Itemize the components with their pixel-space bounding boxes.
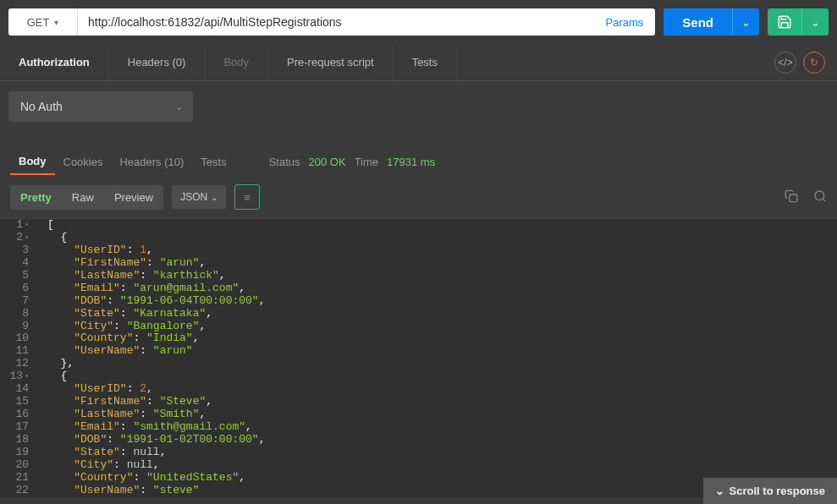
time-label: Time [355,156,378,168]
code-content: [ [37,219,54,232]
code-content: "Country": "UnitedStates", [37,472,245,485]
line-number: 11 [0,345,37,358]
tab-prerequest[interactable]: Pre-request script [268,44,394,80]
format-value: JSON [180,191,207,203]
view-raw[interactable]: Raw [62,185,104,210]
copy-icon [785,189,798,203]
code-content: "FirstName": "arun", [37,257,206,270]
code-content: "FirstName": "Steve", [37,396,212,408]
tab-tests[interactable]: Tests [394,44,457,80]
save-button[interactable] [768,8,801,36]
code-line: 9 "City": "Bangalore", [0,320,837,333]
params-button[interactable]: Params [594,8,656,36]
code-content: "State": null, [37,446,166,459]
search-icon [813,189,827,203]
resp-tab-body[interactable]: Body [10,149,55,175]
code-content: "UserID": 2, [37,383,153,396]
chevron-down-icon: ⌄ [811,16,820,29]
format-select[interactable]: JSON ⌄ [172,185,226,209]
code-line: 19 "State": null, [0,446,837,459]
code-line: 3 "UserID": 1, [0,244,837,257]
save-icon [777,14,792,30]
code-content: "DOB": "1991-06-04T00:00:00", [37,295,265,308]
code-snippet-button[interactable]: </> [774,52,796,74]
code-line: 20 "City": null, [0,459,837,472]
send-group: Send ⌄ [664,8,759,36]
save-group: ⌄ [768,8,829,36]
code-content: "Email": "smith@gmail.com", [37,421,252,434]
code-line: 6 "Email": "arun@gmail.com", [0,282,837,295]
line-number: 17 [0,421,37,434]
line-number: 3 [0,244,37,257]
code-content: "City": null, [37,459,160,472]
send-dropdown[interactable]: ⌄ [732,8,759,36]
line-number: 5 [0,270,37,282]
code-line: 16 "LastName": "Smith", [0,408,837,421]
code-content: "DOB": "1991-01-02T00:00:00", [37,434,265,446]
line-number: 6 [0,282,37,295]
resp-tab-headers[interactable]: Headers (10) [111,150,192,174]
line-number: 19 [0,446,37,459]
request-tabs: Authorization Headers (0) Body Pre-reque… [0,44,837,81]
response-header: Body Cookies Headers (10) Tests Status 2… [0,147,837,176]
response-toolbar: Pretty Raw Preview JSON ⌄ ≡ [0,176,837,218]
line-number: 12 [0,358,37,370]
view-preview[interactable]: Preview [104,185,163,210]
code-content: "UserName": "arun" [37,345,193,358]
code-line: 18 "DOB": "1991-01-02T00:00:00", [0,434,837,446]
auth-type-select[interactable]: No Auth ⌄ [8,91,193,122]
tab-body[interactable]: Body [205,44,268,80]
tab-headers[interactable]: Headers (0) [109,44,206,80]
code-content: { [37,370,67,383]
scroll-label: Scroll to response [730,485,825,497]
line-number: 15 [0,396,37,408]
reset-button[interactable]: ↻ [803,52,825,74]
line-number: 9 [0,320,37,333]
resp-tab-tests[interactable]: Tests [192,150,234,174]
auth-type-value: No Auth [20,100,63,113]
fold-icon[interactable]: ▾ [25,233,29,241]
line-number: 16 [0,408,37,421]
view-pretty[interactable]: Pretty [10,185,62,210]
code-line: 15 "FirstName": "Steve", [0,396,837,408]
line-number: 4 [0,257,37,270]
fold-icon[interactable]: ▾ [25,221,29,228]
code-content: "LastName": "Smith", [37,408,206,421]
code-line: 13▾ { [0,370,837,383]
fold-icon[interactable]: ▾ [25,372,29,380]
line-number: 14 [0,383,37,396]
search-button[interactable] [813,189,827,205]
svg-point-1 [815,191,824,200]
chevron-down-icon: ⌄ [715,485,724,497]
copy-button[interactable] [785,189,798,205]
send-button[interactable]: Send [664,8,732,36]
url-input[interactable] [78,8,594,36]
chevron-down-icon: ⌄ [741,16,751,29]
line-number: 7 [0,295,37,308]
method-value: GET [27,16,50,29]
time-value: 17931 ms [387,156,435,168]
line-number: 13▾ [0,370,37,383]
resp-tab-cookies[interactable]: Cookies [55,150,112,174]
code-line: 10 "Country": "India", [0,332,837,345]
scroll-to-response-button[interactable]: ⌄ Scroll to response [703,478,837,504]
save-dropdown[interactable]: ⌄ [801,8,829,36]
wrap-icon: ≡ [244,191,251,204]
wrap-lines-button[interactable]: ≡ [234,184,260,210]
svg-rect-0 [790,194,797,202]
code-content: { [37,232,67,244]
response-body[interactable]: 1▾[2▾ {3 "UserID": 1,4 "FirstName": "aru… [0,218,837,497]
code-content: "Country": "India", [37,332,199,345]
code-line: 17 "Email": "smith@gmail.com", [0,421,837,434]
tab-authorization[interactable]: Authorization [0,44,109,80]
line-number: 1▾ [0,219,37,232]
code-line: 12 }, [0,358,837,370]
reset-icon: ↻ [810,57,818,68]
code-content: "State": "Karnataka", [37,308,212,320]
svg-line-2 [823,199,825,201]
line-number: 21 [0,472,37,485]
code-line: 4 "FirstName": "arun", [0,257,837,270]
method-select[interactable]: GET ▾ [8,8,78,36]
code-content: "City": "Bangalore", [37,320,206,333]
line-number: 2▾ [0,232,37,244]
